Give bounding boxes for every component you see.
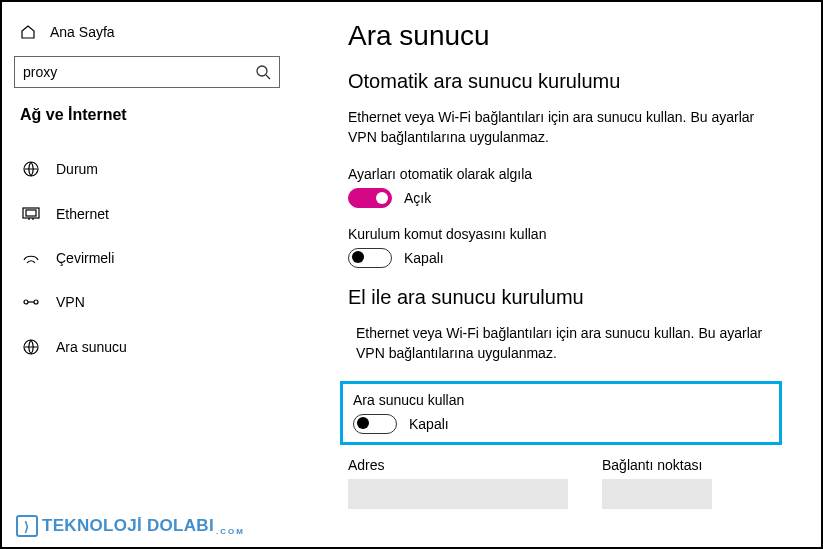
proxy-icon [22,338,40,356]
auto-detect-label: Ayarları otomatik olarak algıla [348,166,805,182]
search-input[interactable] [23,64,255,80]
watermark-logo-icon: ⟩ [16,515,38,537]
proxy-fields-row: Adres Bağlantı noktası [348,457,805,509]
address-label: Adres [348,457,602,473]
status-icon [22,160,40,178]
use-proxy-toggle[interactable] [353,414,397,434]
sidebar-item-label: Ethernet [56,206,109,222]
settings-content: Ara sunucu Otomatik ara sunucu kurulumu … [292,2,821,547]
setup-script-toggle-row: Kapalı [348,248,805,268]
setup-script-toggle[interactable] [348,248,392,268]
section-description-manual: Ethernet veya Wi-Fi bağlantıları için ar… [356,323,786,364]
watermark: ⟩ TEKNOLOJİ DOLABI .COM [16,515,245,537]
sidebar-item-status[interactable]: Durum [14,146,280,192]
vpn-icon [22,295,40,309]
address-input[interactable] [348,479,568,509]
svg-point-0 [257,66,267,76]
dialup-icon [22,251,40,265]
page-title: Ara sunucu [348,20,805,52]
port-input[interactable] [602,479,712,509]
sidebar-item-label: Durum [56,161,98,177]
svg-line-1 [266,75,270,79]
use-proxy-toggle-row: Kapalı [353,414,769,434]
ethernet-icon [22,207,40,221]
sidebar-item-dialup[interactable]: Çevirmeli [14,236,280,280]
home-icon [20,24,36,40]
port-label: Bağlantı noktası [602,457,742,473]
sidebar-item-proxy[interactable]: Ara sunucu [14,324,280,370]
sidebar-item-label: Çevirmeli [56,250,114,266]
use-proxy-highlight: Ara sunucu kullan Kapalı [340,381,782,445]
svg-rect-4 [26,210,36,216]
sidebar-item-ethernet[interactable]: Ethernet [14,192,280,236]
auto-detect-toggle[interactable] [348,188,392,208]
use-proxy-label: Ara sunucu kullan [353,392,769,408]
watermark-subtext: .COM [216,527,245,536]
category-heading: Ağ ve İnternet [20,106,274,124]
section-heading-manual: El ile ara sunucu kurulumu [348,286,805,309]
setup-script-state: Kapalı [404,250,444,266]
setup-script-label: Kurulum komut dosyasını kullan [348,226,805,242]
sidebar-item-label: VPN [56,294,85,310]
auto-detect-state: Açık [404,190,431,206]
auto-detect-toggle-row: Açık [348,188,805,208]
search-icon [255,64,271,80]
use-proxy-state: Kapalı [409,416,449,432]
section-heading-auto: Otomatik ara sunucu kurulumu [348,70,805,93]
svg-point-7 [24,300,28,304]
svg-point-8 [34,300,38,304]
sidebar-item-vpn[interactable]: VPN [14,280,280,324]
search-box[interactable] [14,56,280,88]
section-description: Ethernet veya Wi-Fi bağlantıları için ar… [348,107,778,148]
watermark-text: TEKNOLOJİ DOLABI [42,516,214,536]
home-label: Ana Sayfa [50,24,115,40]
settings-sidebar: Ana Sayfa Ağ ve İnternet Durum Ethernet [2,2,292,547]
home-link[interactable]: Ana Sayfa [14,18,280,56]
sidebar-item-label: Ara sunucu [56,339,127,355]
